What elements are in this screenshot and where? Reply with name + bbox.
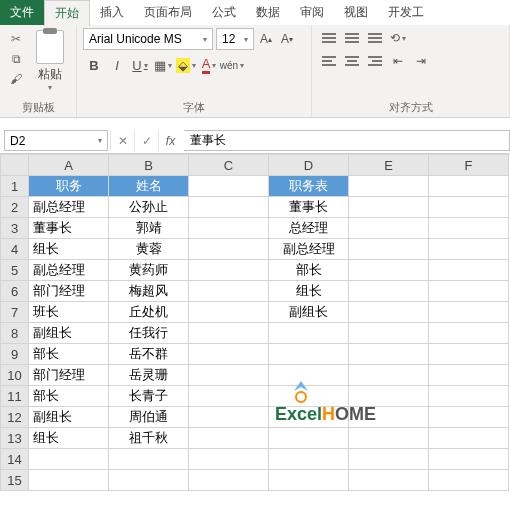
font-size-select[interactable]: 12▾: [216, 28, 254, 50]
cell-F2[interactable]: [429, 197, 509, 218]
cell-E15[interactable]: [349, 470, 429, 491]
font-color-button[interactable]: A: [198, 54, 220, 76]
cell-C2[interactable]: [189, 197, 269, 218]
cell-A8[interactable]: 副组长: [29, 323, 109, 344]
cell-F15[interactable]: [429, 470, 509, 491]
fill-color-button[interactable]: ⬙: [175, 54, 197, 76]
cell-B12[interactable]: 周伯通: [109, 407, 189, 428]
cell-E13[interactable]: [349, 428, 429, 449]
align-right-button[interactable]: [364, 51, 386, 71]
cell-C4[interactable]: [189, 239, 269, 260]
cell-E10[interactable]: [349, 365, 429, 386]
cell-A15[interactable]: [29, 470, 109, 491]
cell-F4[interactable]: [429, 239, 509, 260]
cell-A13[interactable]: 组长: [29, 428, 109, 449]
cell-D15[interactable]: [269, 470, 349, 491]
cell-E4[interactable]: [349, 239, 429, 260]
cell-C14[interactable]: [189, 449, 269, 470]
cancel-button[interactable]: ✕: [110, 130, 134, 151]
cell-D9[interactable]: [269, 344, 349, 365]
cell-F1[interactable]: [429, 176, 509, 197]
name-box[interactable]: D2▾: [4, 130, 108, 151]
cell-C1[interactable]: [189, 176, 269, 197]
cell-A12[interactable]: 副组长: [29, 407, 109, 428]
cell-D14[interactable]: [269, 449, 349, 470]
underline-button[interactable]: U: [129, 54, 151, 76]
cell-A2[interactable]: 副总经理: [29, 197, 109, 218]
cell-A11[interactable]: 部长: [29, 386, 109, 407]
cell-F3[interactable]: [429, 218, 509, 239]
cell-A4[interactable]: 组长: [29, 239, 109, 260]
cell-B7[interactable]: 丘处机: [109, 302, 189, 323]
row-header-8[interactable]: 8: [1, 323, 29, 344]
fx-button[interactable]: fx: [158, 130, 182, 151]
select-all[interactable]: [1, 155, 29, 176]
cell-D1[interactable]: 职务表: [269, 176, 349, 197]
cell-F12[interactable]: [429, 407, 509, 428]
cell-B2[interactable]: 公孙止: [109, 197, 189, 218]
tab-view[interactable]: 视图: [334, 0, 378, 25]
decrease-font-button[interactable]: A▾: [278, 29, 296, 49]
cell-A10[interactable]: 部门经理: [29, 365, 109, 386]
tab-file[interactable]: 文件: [0, 0, 44, 25]
cell-B10[interactable]: 岳灵珊: [109, 365, 189, 386]
bold-button[interactable]: B: [83, 54, 105, 76]
cell-C15[interactable]: [189, 470, 269, 491]
align-center-button[interactable]: [341, 51, 363, 71]
cell-D3[interactable]: 总经理: [269, 218, 349, 239]
col-header-E[interactable]: E: [349, 155, 429, 176]
cell-B11[interactable]: 长青子: [109, 386, 189, 407]
cell-C3[interactable]: [189, 218, 269, 239]
col-header-D[interactable]: D: [269, 155, 349, 176]
cell-D5[interactable]: 部长: [269, 260, 349, 281]
copy-button[interactable]: ⧉: [6, 50, 26, 68]
align-bottom-button[interactable]: [364, 28, 386, 48]
cell-C7[interactable]: [189, 302, 269, 323]
tab-layout[interactable]: 页面布局: [134, 0, 202, 25]
decrease-indent-button[interactable]: ⇤: [387, 51, 409, 71]
formula-input[interactable]: 董事长: [184, 130, 510, 151]
cell-C10[interactable]: [189, 365, 269, 386]
cell-B4[interactable]: 黄蓉: [109, 239, 189, 260]
cell-A9[interactable]: 部长: [29, 344, 109, 365]
cell-C8[interactable]: [189, 323, 269, 344]
tab-dev[interactable]: 开发工: [378, 0, 434, 25]
cell-B3[interactable]: 郭靖: [109, 218, 189, 239]
phonetic-button[interactable]: wén: [221, 54, 243, 76]
cell-A1[interactable]: 职务: [29, 176, 109, 197]
increase-font-button[interactable]: A▴: [257, 29, 275, 49]
align-left-button[interactable]: [318, 51, 340, 71]
font-name-select[interactable]: Arial Unicode MS▾: [83, 28, 213, 50]
cell-A3[interactable]: 董事长: [29, 218, 109, 239]
col-header-B[interactable]: B: [109, 155, 189, 176]
row-header-1[interactable]: 1: [1, 176, 29, 197]
row-header-12[interactable]: 12: [1, 407, 29, 428]
cell-B14[interactable]: [109, 449, 189, 470]
row-header-7[interactable]: 7: [1, 302, 29, 323]
cell-F6[interactable]: [429, 281, 509, 302]
row-header-5[interactable]: 5: [1, 260, 29, 281]
cell-D13[interactable]: [269, 428, 349, 449]
cell-E6[interactable]: [349, 281, 429, 302]
cell-C6[interactable]: [189, 281, 269, 302]
cell-E7[interactable]: [349, 302, 429, 323]
enter-button[interactable]: ✓: [134, 130, 158, 151]
cell-A5[interactable]: 副总经理: [29, 260, 109, 281]
cell-F14[interactable]: [429, 449, 509, 470]
cell-B15[interactable]: [109, 470, 189, 491]
cell-A14[interactable]: [29, 449, 109, 470]
col-header-C[interactable]: C: [189, 155, 269, 176]
cell-B9[interactable]: 岳不群: [109, 344, 189, 365]
italic-button[interactable]: I: [106, 54, 128, 76]
row-header-15[interactable]: 15: [1, 470, 29, 491]
col-header-A[interactable]: A: [29, 155, 109, 176]
paste-button[interactable]: 粘贴 ▾: [30, 28, 70, 92]
orientation-button[interactable]: ⟲: [387, 28, 409, 48]
cell-B6[interactable]: 梅超风: [109, 281, 189, 302]
cell-E3[interactable]: [349, 218, 429, 239]
cell-F9[interactable]: [429, 344, 509, 365]
align-middle-button[interactable]: [341, 28, 363, 48]
row-header-3[interactable]: 3: [1, 218, 29, 239]
cell-D6[interactable]: 组长: [269, 281, 349, 302]
row-header-14[interactable]: 14: [1, 449, 29, 470]
